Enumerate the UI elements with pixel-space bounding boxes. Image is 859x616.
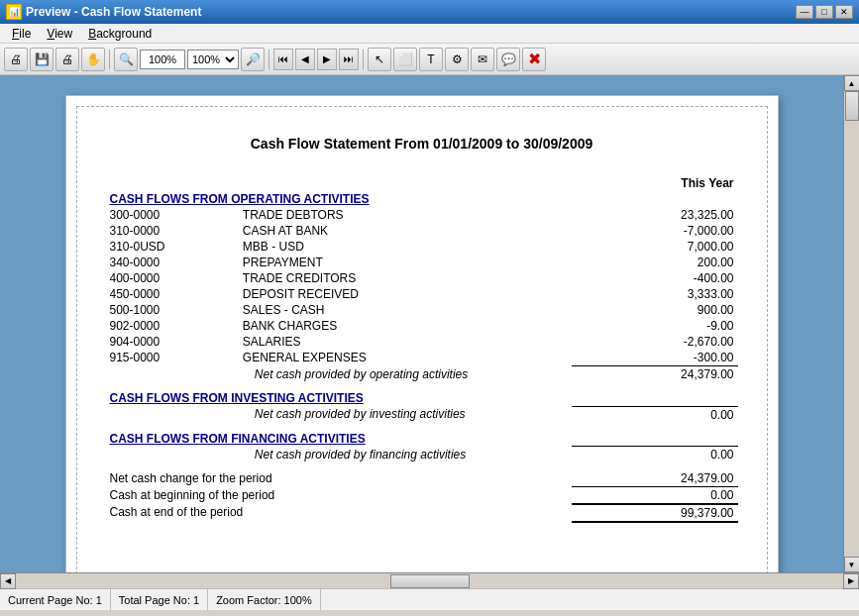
toolbar-zoom-in-btn[interactable]: 🔎 xyxy=(241,48,265,71)
document-title: Cash Flow Statement From 01/01/2009 to 3… xyxy=(106,136,738,152)
net-change-label: Net cash change for the period xyxy=(106,470,572,487)
net-change-value: 24,379.00 xyxy=(572,470,738,487)
operating-subtotal-label: Net cash provided by operating activitie… xyxy=(239,366,572,383)
table-row: 310-0USD MBB - USD 7,000.00 xyxy=(106,239,738,255)
financing-subtotal-label: Net cash provided by financing activitie… xyxy=(239,447,572,463)
hscroll-thumb[interactable] xyxy=(390,574,470,588)
document: Cash Flow Statement From 01/01/2009 to 3… xyxy=(65,95,779,572)
table-row: 310-0000 CASH AT BANK -7,000.00 xyxy=(106,223,738,239)
toolbar-export-btn[interactable]: 💬 xyxy=(496,48,520,71)
toolbar-separator-2 xyxy=(268,50,269,69)
close-button[interactable]: ✕ xyxy=(835,5,853,19)
report-table: This Year CASH FLOWS FROM OPERATING ACTI… xyxy=(106,175,738,523)
scroll-right-arrow[interactable]: ▶ xyxy=(843,573,859,589)
window-title: Preview - Cash Flow Statement xyxy=(26,5,201,19)
table-row: 340-0000 PREPAYMENT 200.00 xyxy=(106,255,738,270)
menu-view[interactable]: View xyxy=(39,25,80,43)
financing-subtotal-value: 0.00 xyxy=(572,447,738,463)
table-row: 904-0000 SALARIES -2,670.00 xyxy=(106,334,738,350)
table-row: 902-0000 BANK CHARGES -9.00 xyxy=(106,318,738,334)
summary-end-row: Cash at end of the period 99,379.00 xyxy=(106,504,738,522)
toolbar-close-btn[interactable]: ✖ xyxy=(522,48,546,71)
toolbar-next-page-btn[interactable]: ▶ xyxy=(317,49,337,70)
document-container[interactable]: Cash Flow Statement From 01/01/2009 to 3… xyxy=(0,75,843,572)
scroll-track-right[interactable] xyxy=(844,91,859,557)
scroll-down-arrow[interactable]: ▼ xyxy=(844,557,860,572)
investing-subtotal-label: Net cash provided by investing activitie… xyxy=(239,406,572,423)
total-page-panel: Total Page No: 1 xyxy=(111,589,208,610)
toolbar-cursor-btn[interactable]: ↖ xyxy=(368,48,391,71)
toolbar-last-page-btn[interactable]: ⏭ xyxy=(339,49,359,70)
toolbar-save-btn[interactable]: 💾 xyxy=(30,48,54,71)
investing-subtotal-row: Net cash provided by investing activitie… xyxy=(106,406,738,423)
maximize-button[interactable]: □ xyxy=(815,5,833,19)
total-page-text: Total Page No: 1 xyxy=(119,594,199,606)
toolbar: 🖨 💾 🖨 ✋ 🔍 100% 75% 125% 150% 🔎 ⏮ ◀ ▶ ⏭ ↖… xyxy=(0,44,859,75)
current-page-panel: Current Page No: 1 xyxy=(0,589,111,610)
horizontal-scrollbar[interactable]: ◀ ▶ xyxy=(0,572,859,588)
section-investing-header: CASH FLOWS FROM INVESTING ACTIVITIES xyxy=(106,390,738,406)
year-header: This Year xyxy=(572,175,738,191)
menu-file[interactable]: File xyxy=(4,25,39,43)
investing-subtotal-value: 0.00 xyxy=(572,406,738,423)
table-row: 300-0000 TRADE DEBTORS 23,325.00 xyxy=(106,207,738,223)
toolbar-print-btn[interactable]: 🖨 xyxy=(4,48,28,71)
toolbar-first-page-btn[interactable]: ⏮ xyxy=(273,49,293,70)
window-controls: — □ ✕ xyxy=(796,5,853,19)
section-operating-header: CASH FLOWS FROM OPERATING ACTIVITIES xyxy=(106,191,738,207)
scroll-thumb-right[interactable] xyxy=(845,91,859,121)
beginning-label: Cash at beginning of the period xyxy=(106,487,572,505)
investing-header: CASH FLOWS FROM INVESTING ACTIVITIES xyxy=(106,390,572,406)
minimize-button[interactable]: — xyxy=(796,5,813,19)
spacer-row-3 xyxy=(106,462,738,470)
toolbar-separator-1 xyxy=(109,50,110,69)
operating-subtotal-row: Net cash provided by operating activitie… xyxy=(106,366,738,383)
status-bar: Current Page No: 1 Total Page No: 1 Zoom… xyxy=(0,588,859,610)
menu-background[interactable]: Background xyxy=(80,25,160,43)
hscroll-track[interactable] xyxy=(16,573,843,588)
toolbar-hand-btn[interactable]: ✋ xyxy=(81,48,105,71)
main-area: Cash Flow Statement From 01/01/2009 to 3… xyxy=(0,75,859,572)
vertical-scrollbar[interactable]: ▲ ▼ xyxy=(843,75,859,572)
zoom-input[interactable] xyxy=(140,50,185,69)
toolbar-options-btn[interactable]: ⚙ xyxy=(445,48,469,71)
toolbar-email-btn[interactable]: ✉ xyxy=(471,48,494,71)
financing-header: CASH FLOWS FROM FINANCING ACTIVITIES xyxy=(106,431,572,447)
table-row: 500-1000 SALES - CASH 900.00 xyxy=(106,302,738,318)
summary-net-change-row: Net cash change for the period 24,379.00 xyxy=(106,470,738,487)
section-financing-header: CASH FLOWS FROM FINANCING ACTIVITIES xyxy=(106,431,738,447)
summary-beginning-row: Cash at beginning of the period 0.00 xyxy=(106,487,738,505)
current-page-text: Current Page No: 1 xyxy=(8,594,102,606)
zoom-factor-text: Zoom Factor: 100% xyxy=(216,594,312,606)
menu-bar: File View Background xyxy=(0,24,859,44)
scroll-left-arrow[interactable]: ◀ xyxy=(0,573,16,589)
toolbar-printer-btn[interactable]: 🖨 xyxy=(55,48,79,71)
end-value: 99,379.00 xyxy=(572,504,738,522)
app-icon: 📊 xyxy=(6,4,22,20)
toolbar-zoom-out-btn[interactable]: 🔍 xyxy=(114,48,138,71)
scroll-up-arrow[interactable]: ▲ xyxy=(844,75,860,91)
spacer-row-2 xyxy=(106,423,738,431)
table-row: 915-0000 GENERAL EXPENSES -300.00 xyxy=(106,350,738,366)
zoom-factor-panel: Zoom Factor: 100% xyxy=(208,589,321,610)
beginning-value: 0.00 xyxy=(572,487,738,505)
table-row: 400-0000 TRADE CREDITORS -400.00 xyxy=(106,270,738,286)
toolbar-textselect-btn[interactable]: T xyxy=(419,48,443,71)
toolbar-separator-3 xyxy=(363,50,364,69)
operating-subtotal-value: 24,379.00 xyxy=(572,366,738,383)
operating-header: CASH FLOWS FROM OPERATING ACTIVITIES xyxy=(106,191,572,207)
financing-subtotal-row: Net cash provided by financing activitie… xyxy=(106,447,738,463)
table-row: 450-0000 DEPOSIT RECEIVED 3,333.00 xyxy=(106,286,738,302)
title-bar: 📊 Preview - Cash Flow Statement — □ ✕ xyxy=(0,0,859,24)
toolbar-select-btn[interactable]: ⬜ xyxy=(393,48,417,71)
zoom-select[interactable]: 100% 75% 125% 150% xyxy=(187,50,239,69)
spacer-row-1 xyxy=(106,382,738,390)
end-label: Cash at end of the period xyxy=(106,504,572,522)
toolbar-prev-page-btn[interactable]: ◀ xyxy=(295,49,315,70)
